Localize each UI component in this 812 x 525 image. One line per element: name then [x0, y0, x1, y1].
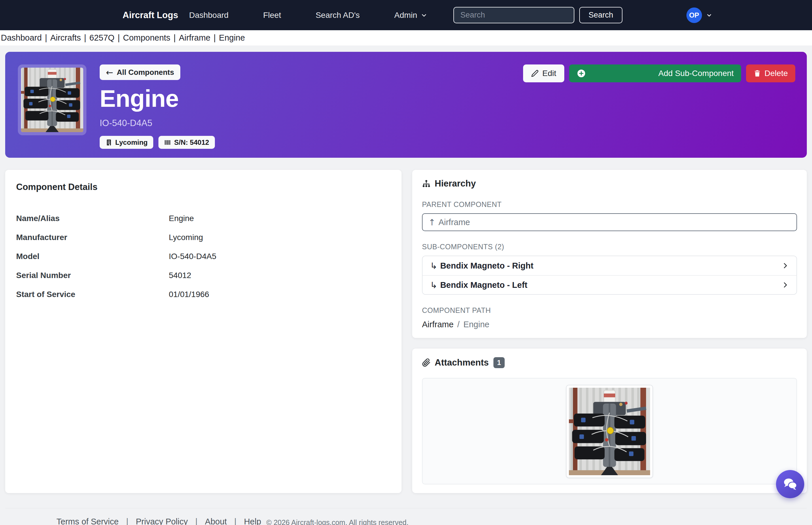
attachments-count-badge: 1	[493, 357, 505, 368]
chevron-right-icon	[782, 281, 789, 289]
breadcrumb: Dashboard | Aircrafts | 6257Q | Componen…	[0, 30, 812, 45]
detail-row-name: Name/Alias Engine	[16, 209, 391, 228]
detail-label: Model	[16, 252, 169, 261]
attachments-gallery	[422, 378, 797, 484]
parent-component-item[interactable]: ↑ Airframe	[422, 213, 797, 231]
branch-arrow-icon: ↳	[430, 280, 437, 290]
breadcrumb-separator: |	[84, 33, 86, 43]
pencil-icon	[531, 70, 539, 77]
sub-component-name: Bendix Magneto - Right	[440, 261, 534, 271]
footer-separator: |	[126, 517, 129, 525]
admin-label: Admin	[394, 11, 417, 20]
chevron-right-icon	[782, 262, 789, 269]
hero-action-buttons: Edit Add Sub-Component Delete	[523, 64, 795, 82]
branch-arrow-icon: ↳	[430, 261, 437, 271]
breadcrumb-engine[interactable]: Engine	[219, 33, 245, 43]
back-button-label: All Components	[117, 68, 174, 77]
engine-photo	[569, 388, 650, 475]
component-details-title: Component Details	[16, 182, 391, 192]
chat-bubbles-icon	[782, 476, 798, 492]
breadcrumb-dashboard[interactable]: Dashboard	[1, 33, 42, 43]
paperclip-icon	[422, 358, 431, 367]
nav-item-admin-dropdown[interactable]: Admin	[386, 11, 436, 20]
detail-value: 01/01/1966	[169, 290, 209, 299]
path-separator: /	[458, 320, 460, 329]
breadcrumb-separator: |	[173, 33, 176, 43]
nav-item-fleet[interactable]: Fleet	[254, 11, 289, 20]
edit-button-label: Edit	[542, 69, 556, 78]
user-menu[interactable]: OP	[686, 7, 712, 23]
footer-link-terms[interactable]: Terms of Service	[56, 517, 119, 525]
right-column: Hierarchy PARENT COMPONENT ↑ Airframe SU…	[412, 170, 807, 493]
detail-row-manufacturer: Manufacturer Lycoming	[16, 228, 391, 247]
hierarchy-title-row: Hierarchy	[422, 178, 797, 189]
attachments-title: Attachments	[435, 358, 489, 368]
barcode-icon	[164, 139, 171, 146]
nav-container: Aircraft Logs Dashboard Fleet Search AD'…	[112, 0, 700, 30]
hero-text-block: ← All Components Engine IO-540-D4A5 Lyco…	[100, 64, 215, 149]
hierarchy-card: Hierarchy PARENT COMPONENT ↑ Airframe SU…	[412, 170, 807, 338]
breadcrumb-separator: |	[214, 33, 216, 43]
detail-row-model: Model IO-540-D4A5	[16, 247, 391, 266]
chevron-down-icon	[421, 12, 427, 19]
sub-component-item-magneto-left[interactable]: ↳ Bendix Magneto - Left	[423, 275, 796, 294]
sub-component-name: Bendix Magneto - Left	[440, 280, 527, 290]
breadcrumb-tail-number[interactable]: 6257Q	[89, 33, 114, 43]
sub-component-item-magneto-right[interactable]: ↳ Bendix Magneto - Right	[423, 256, 796, 275]
sub-components-list: ↳ Bendix Magneto - Right ↳ Bendix Magnet…	[422, 256, 797, 295]
all-components-back-button[interactable]: ← All Components	[100, 64, 180, 80]
top-nav: Aircraft Logs Dashboard Fleet Search AD'…	[0, 0, 812, 30]
serial-number-badge: S/N: 54012	[158, 136, 215, 149]
path-parent-link[interactable]: Airframe	[422, 320, 454, 329]
plus-circle-icon	[577, 69, 586, 78]
edit-button[interactable]: Edit	[523, 64, 564, 82]
detail-label: Serial Number	[16, 271, 169, 280]
breadcrumb-components[interactable]: Components	[123, 33, 170, 43]
brand-logo[interactable]: Aircraft Logs	[123, 10, 178, 20]
footer-link-privacy[interactable]: Privacy Policy	[136, 517, 188, 525]
search-input[interactable]	[453, 7, 574, 23]
attachment-thumbnail[interactable]	[566, 385, 653, 478]
add-sub-component-label: Add Sub-Component	[658, 69, 734, 78]
sitemap-icon	[422, 179, 431, 188]
breadcrumb-airframe[interactable]: Airframe	[179, 33, 211, 43]
search-button[interactable]: Search	[579, 7, 622, 23]
avatar[interactable]: OP	[686, 7, 702, 23]
nav-links: Dashboard Fleet Search AD's Admin	[180, 11, 453, 20]
delete-button-label: Delete	[765, 69, 788, 78]
page-footer: Terms of Service | Privacy Policy | Abou…	[5, 508, 807, 525]
main-content: ← All Components Engine IO-540-D4A5 Lyco…	[0, 45, 812, 525]
trash-icon	[754, 70, 761, 77]
footer-link-about[interactable]: About	[205, 517, 227, 525]
chevron-down-icon	[706, 12, 712, 18]
breadcrumb-separator: |	[45, 33, 47, 43]
detail-value: 54012	[169, 271, 191, 280]
content-columns: Component Details Name/Alias Engine Manu…	[5, 170, 807, 493]
path-current: Engine	[463, 320, 489, 329]
footer-separator: |	[234, 517, 236, 525]
detail-label: Manufacturer	[16, 233, 169, 242]
parent-component-label: PARENT COMPONENT	[422, 200, 797, 209]
hero-badges: Lycoming S/N: 54012	[100, 136, 215, 149]
detail-value: IO-540-D4A5	[169, 252, 216, 261]
detail-value: Engine	[169, 214, 194, 223]
up-arrow-icon: ↑	[428, 217, 436, 227]
hierarchy-title: Hierarchy	[435, 178, 476, 189]
delete-button[interactable]: Delete	[746, 64, 795, 82]
manufacturer-badge-label: Lycoming	[115, 138, 147, 147]
footer-link-help[interactable]: Help	[244, 517, 261, 525]
manufacturer-badge: Lycoming	[100, 136, 153, 149]
add-sub-component-button[interactable]: Add Sub-Component	[569, 64, 741, 82]
engine-photo	[21, 68, 83, 132]
detail-label: Name/Alias	[16, 214, 169, 223]
detail-row-start-of-service: Start of Service 01/01/1966	[16, 285, 391, 304]
component-hero-banner: ← All Components Engine IO-540-D4A5 Lyco…	[5, 52, 807, 158]
page-title: Engine	[100, 86, 178, 110]
chat-widget-button[interactable]	[776, 470, 804, 498]
component-photo-thumbnail[interactable]	[18, 64, 86, 135]
parent-component-name: Airframe	[438, 217, 470, 227]
nav-item-dashboard[interactable]: Dashboard	[180, 11, 237, 20]
breadcrumb-aircrafts[interactable]: Aircrafts	[50, 33, 81, 43]
nav-item-search-ads[interactable]: Search AD's	[307, 11, 368, 20]
detail-row-serial: Serial Number 54012	[16, 266, 391, 285]
